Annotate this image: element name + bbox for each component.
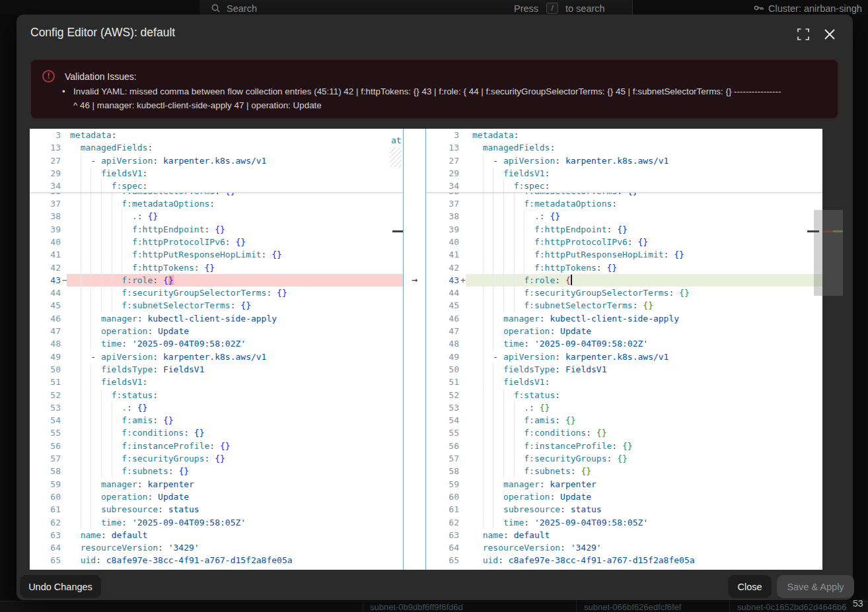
code-line[interactable]: 27 - apiVersion: karpenter.k8s.aws/v1 bbox=[30, 154, 403, 167]
code-line[interactable]: 47 operation: Update bbox=[426, 325, 822, 337]
code-line[interactable]: 66spec: bbox=[426, 567, 822, 570]
scrollbar-slider-outer[interactable] bbox=[822, 210, 843, 296]
line-number[interactable]: 13 bbox=[30, 141, 61, 154]
code-line[interactable]: 34 f:spec: bbox=[426, 180, 822, 192]
line-number[interactable]: 56 bbox=[30, 440, 61, 452]
code-line[interactable]: 46 manager: kubectl-client-side-apply bbox=[426, 312, 822, 325]
code-line[interactable]: 41 f:httpPutResponseHopLimit: {} bbox=[426, 248, 822, 261]
code-line[interactable]: 42 f:httpTokens: {} bbox=[30, 261, 403, 274]
code-line[interactable]: 58 f:subnets: {} bbox=[426, 465, 822, 477]
line-number[interactable]: 34 bbox=[30, 180, 61, 192]
line-number[interactable]: 51 bbox=[426, 376, 459, 388]
line-number[interactable]: 57 bbox=[426, 452, 459, 465]
code-line[interactable]: 41 f:httpPutResponseHopLimit: {} bbox=[30, 248, 403, 261]
global-search-bar[interactable]: Search Press / to search bbox=[199, 0, 632, 15]
line-number[interactable]: 47 bbox=[30, 325, 61, 337]
code-line[interactable]: 57 f:securityGroups: {} bbox=[426, 452, 822, 465]
line-number[interactable]: 59 bbox=[426, 478, 459, 491]
code-line[interactable]: 52 f:status: bbox=[30, 389, 403, 401]
code-line[interactable]: 51 fieldsV1: bbox=[30, 376, 403, 388]
code-line[interactable]: 52 f:status: bbox=[426, 389, 822, 401]
line-number[interactable]: 51 bbox=[30, 376, 61, 388]
line-number[interactable]: 57 bbox=[30, 452, 61, 465]
code-line[interactable]: 58 f:subnets: {} bbox=[30, 465, 403, 477]
line-number[interactable]: 37 bbox=[30, 197, 61, 210]
code-line[interactable]: 38 .: {} bbox=[30, 210, 403, 222]
line-number[interactable]: 63 bbox=[426, 529, 459, 541]
code-line[interactable]: 46 manager: kubectl-client-side-apply bbox=[30, 312, 403, 325]
line-number[interactable]: 13 bbox=[426, 141, 459, 154]
code-line[interactable]: 62 time: '2025-09-04T09:58:05Z' bbox=[426, 516, 822, 529]
line-number[interactable]: 60 bbox=[426, 491, 459, 503]
line-number[interactable]: 37 bbox=[426, 197, 459, 210]
code-line[interactable]: 50 fieldsType: FieldsV1 bbox=[30, 363, 403, 376]
code-line[interactable]: 13 managedFields: bbox=[426, 141, 822, 154]
code-line[interactable]: 29 fieldsV1: bbox=[30, 167, 403, 180]
line-number[interactable]: 63 bbox=[30, 529, 61, 541]
code-line[interactable]: 60 operation: Update bbox=[30, 491, 403, 503]
code-line[interactable]: 45 f:subnetSelectorTerms: {} bbox=[426, 299, 822, 312]
line-number[interactable]: 53 bbox=[426, 401, 459, 414]
line-number[interactable]: 61 bbox=[30, 503, 61, 516]
code-line[interactable]: 45 f:subnetSelectorTerms: {} bbox=[30, 299, 403, 312]
line-number[interactable]: 43 bbox=[30, 274, 61, 287]
line-number[interactable]: 42 bbox=[426, 261, 459, 274]
line-number[interactable]: 56 bbox=[426, 440, 459, 452]
line-number[interactable]: 52 bbox=[426, 389, 459, 401]
undo-changes-button[interactable]: Undo Changes bbox=[20, 575, 101, 598]
code-line[interactable]: 66spec: bbox=[30, 567, 403, 570]
line-number[interactable]: 50 bbox=[426, 363, 459, 376]
scrollbar-slider[interactable] bbox=[814, 210, 822, 296]
line-number[interactable]: 53 bbox=[30, 401, 61, 414]
code-line[interactable]: 44 f:securityGroupSelectorTerms: {} bbox=[426, 287, 822, 299]
line-number[interactable]: 60 bbox=[30, 491, 61, 503]
code-line[interactable]: 48 time: '2025-09-04T09:58:02Z' bbox=[426, 337, 822, 350]
subnet-link-overflow[interactable]: 53 bbox=[853, 598, 863, 609]
line-number[interactable]: 66 bbox=[426, 567, 459, 570]
line-number[interactable]: 59 bbox=[30, 478, 61, 491]
line-number[interactable]: 55 bbox=[30, 426, 61, 439]
code-line[interactable]: 64 resourceVersion: '3429' bbox=[30, 541, 403, 554]
line-number[interactable]: 34 bbox=[426, 180, 459, 192]
line-number[interactable]: 45 bbox=[426, 299, 459, 312]
close-icon[interactable] bbox=[824, 28, 837, 42]
code-line[interactable]: 40 f:httpProtocolIPv6: {} bbox=[426, 236, 822, 248]
line-number[interactable]: 58 bbox=[30, 465, 61, 477]
line-number[interactable]: 52 bbox=[30, 389, 61, 401]
line-number[interactable]: 47 bbox=[426, 325, 459, 337]
code-line[interactable]: 49 - apiVersion: karpenter.k8s.aws/v1 bbox=[30, 351, 403, 363]
code-line[interactable]: 3metadata: bbox=[30, 129, 403, 141]
line-number[interactable]: 54 bbox=[426, 414, 459, 426]
diff-pane-original[interactable]: 36 f:amiSelectorTerms: {}37 f:metadataOp… bbox=[30, 129, 403, 570]
line-number[interactable]: 54 bbox=[30, 414, 61, 426]
line-number[interactable]: 42 bbox=[30, 261, 61, 274]
subnet-link[interactable]: subnet-066bf626edfcf6fef bbox=[584, 602, 681, 612]
line-number[interactable]: 45 bbox=[30, 299, 61, 312]
line-number[interactable]: 27 bbox=[426, 154, 459, 167]
code-line[interactable]: 44 f:securityGroupSelectorTerms: {} bbox=[30, 287, 403, 299]
code-line[interactable]: 55 f:conditions: {} bbox=[426, 426, 822, 439]
code-line[interactable]: 47 operation: Update bbox=[30, 325, 403, 337]
cluster-chip[interactable]: Cluster: anirban-singh bbox=[768, 3, 862, 14]
apply-change-arrow[interactable]: → bbox=[404, 274, 425, 286]
code-line[interactable]: 51 fieldsV1: bbox=[426, 376, 822, 388]
code-line[interactable]: 13 managedFields: bbox=[30, 141, 403, 154]
line-number[interactable]: 41 bbox=[426, 248, 459, 261]
code-line[interactable]: 64 resourceVersion: '3429' bbox=[426, 541, 822, 554]
line-number[interactable]: 58 bbox=[426, 465, 459, 477]
code-line[interactable]: 43+ f:role: { bbox=[426, 274, 822, 287]
line-number[interactable]: 46 bbox=[30, 312, 61, 325]
line-number[interactable]: 65 bbox=[426, 554, 459, 566]
code-line[interactable]: 49 - apiVersion: karpenter.k8s.aws/v1 bbox=[426, 351, 822, 363]
line-number[interactable]: 61 bbox=[426, 503, 459, 516]
code-line[interactable]: 56 f:instanceProfile: {} bbox=[426, 440, 822, 452]
code-line[interactable]: 50 fieldsType: FieldsV1 bbox=[426, 363, 822, 376]
line-number[interactable]: 29 bbox=[426, 167, 459, 180]
code-line[interactable]: 59 manager: karpenter bbox=[30, 478, 403, 491]
code-line[interactable]: 43− f:role: {} bbox=[30, 274, 403, 287]
code-line[interactable]: 65 uid: c8afe97e-38cc-4f91-a767-d15f2a8f… bbox=[30, 554, 403, 566]
code-line[interactable]: 57 f:securityGroups: {} bbox=[30, 452, 403, 465]
code-line[interactable]: 65 uid: c8afe97e-38cc-4f91-a767-d15f2a8f… bbox=[426, 554, 822, 566]
line-number[interactable]: 3 bbox=[426, 129, 459, 141]
line-number[interactable]: 46 bbox=[426, 312, 459, 325]
